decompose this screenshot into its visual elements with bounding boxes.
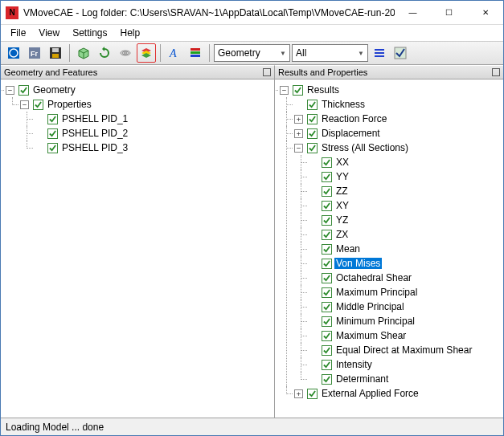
combo-geometry[interactable]: Geometry ▼ (214, 44, 290, 62)
tool-fr-icon[interactable]: Fг (25, 43, 44, 63)
tree-node-stress[interactable]: Stress (All Sections) (320, 142, 410, 153)
tree-node-stress-item[interactable]: Intensity (334, 359, 374, 370)
expander-icon[interactable]: + (294, 389, 303, 398)
checkbox-icon[interactable] (307, 128, 318, 139)
checkbox-icon[interactable] (322, 157, 332, 168)
checkbox-icon[interactable] (33, 100, 43, 110)
tree-node-stress-item[interactable]: Maximum Shear (334, 330, 408, 341)
checkbox-icon[interactable] (293, 85, 303, 96)
tree-node-stress-item[interactable]: Middle Principal (334, 301, 406, 312)
checkbox-icon[interactable] (47, 114, 58, 124)
checkbox-icon[interactable] (307, 389, 318, 399)
tree-node-stress-item[interactable]: ZZ (334, 185, 350, 197)
tree-node-stress-item[interactable]: Minimum Principal (334, 316, 416, 327)
menu-settings[interactable]: Settings (66, 26, 113, 40)
tool-palette-icon[interactable] (186, 43, 205, 63)
tool-text-icon[interactable]: A (165, 43, 184, 63)
checkbox-icon[interactable] (322, 172, 332, 182)
chevron-down-icon: ▼ (280, 50, 286, 57)
results-tree[interactable]: −ResultsThickness+Reaction Force+Displac… (277, 83, 502, 401)
tree-node-stress-item[interactable]: Von Mises (334, 258, 382, 269)
svg-rect-11 (191, 48, 200, 51)
tree-node-external[interactable]: External Applied Force (320, 388, 420, 399)
checkbox-icon[interactable] (47, 143, 58, 153)
checkbox-icon[interactable] (307, 100, 318, 110)
expander-icon[interactable]: − (294, 144, 303, 153)
panel-toggle-icon[interactable] (492, 68, 500, 76)
svg-rect-6 (52, 54, 59, 58)
checkbox-icon[interactable] (322, 273, 332, 283)
checkbox-icon[interactable] (322, 360, 332, 370)
menu-file[interactable]: File (4, 26, 32, 40)
svg-point-9 (124, 52, 127, 54)
tree-node-stress-item[interactable]: YY (334, 171, 350, 182)
checkbox-icon[interactable] (18, 85, 29, 96)
combo-filter[interactable]: All ▼ (292, 44, 368, 62)
checkbox-icon[interactable] (322, 259, 332, 269)
checkbox-icon[interactable] (322, 244, 332, 255)
tree-node-stress-item[interactable]: Determinant (334, 373, 390, 385)
menu-bar: File View Settings Help (1, 25, 503, 41)
tool-layers-icon[interactable] (137, 43, 156, 63)
tree-node-stress-item[interactable]: ZX (334, 229, 350, 240)
tool-refresh-icon[interactable] (95, 43, 114, 63)
status-text: Loading Model ... done (6, 422, 104, 433)
left-panel-title: Geometry and Features (4, 67, 97, 77)
svg-rect-14 (375, 49, 384, 51)
expander-icon[interactable]: − (280, 86, 289, 95)
combo-filter-label: All (296, 47, 306, 59)
checkbox-icon[interactable] (307, 143, 318, 153)
tree-node-results[interactable]: Results (305, 84, 341, 96)
tree-node-stress-item[interactable]: XX (334, 157, 350, 168)
maximize-button[interactable]: ☐ (431, 1, 467, 25)
right-panel-header: Results and Properties (274, 65, 503, 79)
panel-toggle-icon[interactable] (263, 68, 271, 76)
expander-icon[interactable]: + (294, 115, 303, 124)
tool-check-icon[interactable] (391, 43, 410, 63)
tool-save-icon[interactable] (46, 43, 65, 63)
checkbox-icon[interactable] (322, 201, 332, 211)
tool-box-icon[interactable] (74, 43, 93, 63)
tree-node-stress-item[interactable]: Maximum Principal (334, 287, 419, 298)
tool-open-icon[interactable] (4, 43, 23, 63)
checkbox-icon[interactable] (307, 114, 318, 124)
tree-node-thickness[interactable]: Thickness (320, 99, 367, 110)
checkbox-icon[interactable] (322, 316, 332, 327)
left-panel-header: Geometry and Features (1, 65, 274, 79)
svg-rect-13 (191, 55, 200, 57)
tree-node-stress-item[interactable]: YZ (334, 214, 350, 226)
close-button[interactable]: ✕ (467, 1, 503, 25)
tool-list-icon[interactable] (370, 43, 389, 63)
tree-node-properties[interactable]: Properties (46, 99, 93, 110)
geometry-tree[interactable]: −Geometry−PropertiesPSHELL PID_1PSHELL P… (2, 83, 272, 155)
checkbox-icon[interactable] (322, 230, 332, 240)
tree-node-item[interactable]: PSHELL PID_3 (60, 142, 129, 153)
expander-icon[interactable]: − (6, 86, 14, 95)
tree-node-stress-item[interactable]: Octahedral Shear (334, 272, 413, 283)
tree-node-stress-item[interactable]: Mean (334, 243, 362, 255)
checkbox-icon[interactable] (322, 287, 332, 298)
checkbox-icon[interactable] (322, 331, 332, 341)
toolbar: Fг A Geometry ▼ All ▼ (1, 41, 503, 65)
tree-node-displacement[interactable]: Displacement (320, 128, 382, 139)
app-icon: N (6, 6, 18, 19)
tool-contour-icon[interactable] (116, 43, 135, 63)
checkbox-icon[interactable] (322, 345, 332, 356)
menu-help[interactable]: Help (114, 26, 147, 40)
checkbox-icon[interactable] (322, 186, 332, 197)
menu-view[interactable]: View (32, 26, 66, 40)
tree-node-reaction[interactable]: Reaction Force (320, 113, 388, 124)
checkbox-icon[interactable] (322, 374, 332, 385)
tree-node-geometry[interactable]: Geometry (31, 84, 77, 96)
expander-icon[interactable]: − (20, 100, 29, 109)
expander-icon[interactable]: + (294, 129, 303, 138)
svg-rect-5 (52, 48, 59, 52)
tree-node-stress-item[interactable]: XY (334, 200, 350, 211)
minimize-button[interactable]: — (395, 1, 431, 25)
checkbox-icon[interactable] (47, 128, 58, 139)
tree-node-stress-item[interactable]: Equal Direct at Maximum Shear (334, 344, 473, 356)
tree-node-item[interactable]: PSHELL PID_2 (60, 128, 129, 139)
tree-node-item[interactable]: PSHELL PID_1 (60, 113, 129, 124)
checkbox-icon[interactable] (322, 215, 332, 226)
checkbox-icon[interactable] (322, 302, 332, 312)
